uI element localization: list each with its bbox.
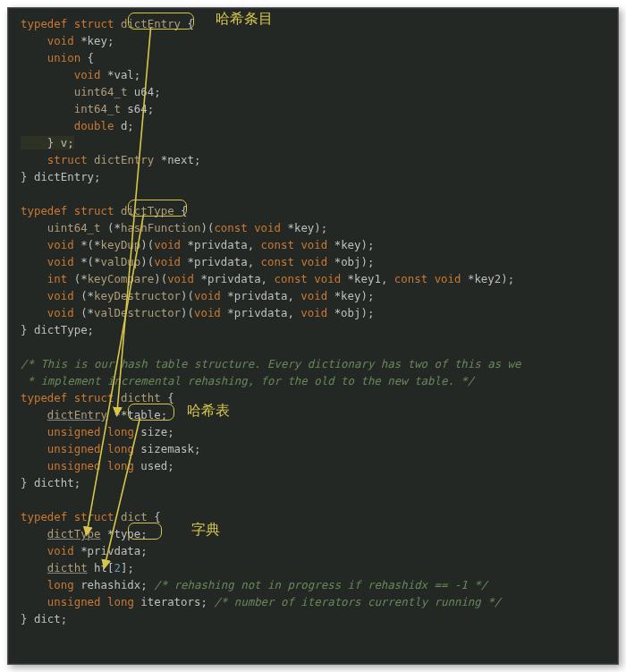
source-code: typedef struct dictEntry { void *key; un… (8, 8, 618, 634)
label-dict: 字典 (191, 521, 220, 540)
label-dictEntry: 哈希条目 (216, 10, 273, 29)
label-dictht: 哈希表 (187, 402, 230, 421)
code-frame: typedef struct dictEntry { void *key; un… (7, 7, 619, 665)
